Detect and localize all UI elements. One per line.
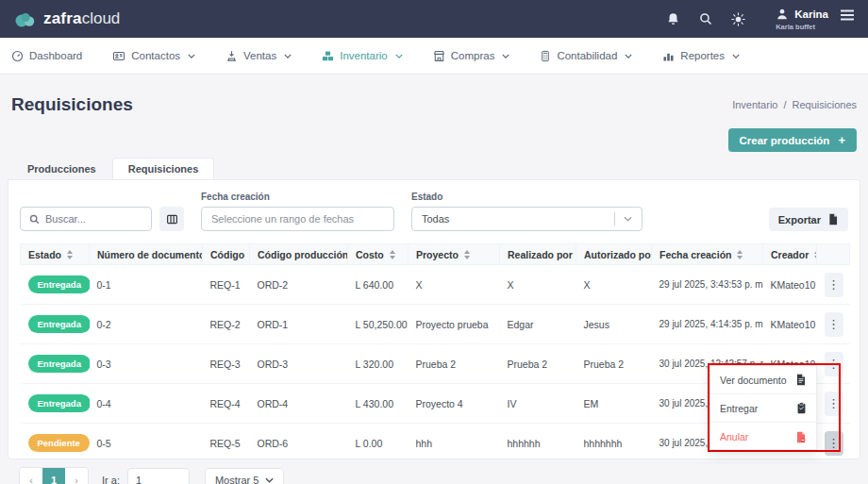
row-actions-kebab-button[interactable]: ⋮ <box>825 273 843 297</box>
numero-cell: 0-2 <box>90 305 203 344</box>
menu-item-ver-documento[interactable]: Ver documento <box>710 366 816 394</box>
costo-cell: L 50,250.00 <box>348 305 409 344</box>
deliver-icon <box>796 402 807 414</box>
row-actions-kebab-button[interactable]: ⋮ <box>825 312 843 337</box>
nav-item-contabilidad[interactable]: Contabilidad <box>540 50 632 62</box>
autorizado-por-cell: X <box>576 265 652 305</box>
nav-item-contactos[interactable]: Contactos <box>112 50 195 62</box>
chevron-down-icon <box>395 54 403 58</box>
nav-item-ventas[interactable]: Ventas <box>225 50 292 62</box>
dashboard-icon <box>11 50 24 62</box>
columns-toggle-button[interactable] <box>159 207 184 231</box>
column-header-actions <box>817 244 850 265</box>
prev-page-button[interactable]: ‹ <box>20 468 42 484</box>
column-header-creador[interactable]: Creador <box>763 244 817 265</box>
column-header-c-digo-producci-n[interactable]: Código producción <box>250 244 348 265</box>
user-organization: Karla buffet <box>776 23 828 31</box>
theme-sun-icon[interactable] <box>731 12 745 26</box>
hamburger-menu-icon[interactable] <box>840 8 855 22</box>
autorizado-por-cell: hhhhhhh <box>576 424 652 463</box>
column-header-label: Código producción <box>258 249 348 260</box>
user-menu[interactable]: Karina Karla buffet <box>776 8 855 31</box>
codigo-cell: REQ-5 <box>203 424 250 463</box>
next-page-button[interactable]: › <box>65 468 88 484</box>
column-header-proyecto[interactable]: Proyecto <box>409 244 500 265</box>
codigo-produccion-cell: ORD-3 <box>250 344 348 384</box>
plus-icon: + <box>838 133 845 147</box>
column-header-autorizado-por[interactable]: Autorizado por <box>576 244 652 265</box>
creador-cell: KMateo10 <box>763 265 817 305</box>
sort-icon[interactable] <box>737 250 743 259</box>
search-input[interactable] <box>45 213 142 225</box>
codigo-produccion-cell: ORD-1 <box>250 305 348 344</box>
column-header-realizado-por[interactable]: Realizado por <box>500 244 576 265</box>
tab-requisiciones[interactable]: Requisiciones <box>112 158 215 179</box>
menu-item-label: Ver documento <box>720 375 787 386</box>
nav-item-label: Inventario <box>340 50 388 61</box>
search-box[interactable] <box>20 207 152 231</box>
column-header-costo[interactable]: Costo <box>348 244 409 265</box>
nav-item-label: Contabilidad <box>557 50 617 61</box>
notifications-bell-icon[interactable] <box>666 12 680 26</box>
search-icon[interactable] <box>699 12 712 25</box>
estado-select-value: Todas <box>422 213 614 225</box>
sales-icon <box>225 50 238 62</box>
create-production-button[interactable]: Crear producción + <box>728 128 857 152</box>
breadcrumb-item[interactable]: Inventario <box>732 99 777 110</box>
status-badge: Entregada <box>28 355 90 373</box>
select-divider <box>614 212 615 225</box>
date-range-input[interactable] <box>201 207 394 231</box>
chevron-down-icon <box>284 54 292 58</box>
search-magnifier-icon <box>29 214 40 225</box>
sort-icon[interactable] <box>464 250 470 259</box>
chevron-down-icon <box>625 54 632 58</box>
goto-page-input[interactable] <box>127 468 190 484</box>
red-highlight-rectangle: Ver documentoEntregarAnular <box>708 363 841 452</box>
costo-cell: L 430.00 <box>348 384 409 424</box>
row-action-menu: Ver documentoEntregarAnular <box>709 365 817 450</box>
chevron-down-icon <box>188 54 195 58</box>
column-header-n-mero-de-documento[interactable]: Número de documento <box>90 244 203 265</box>
proyecto-cell: Proyecto 4 <box>409 384 500 424</box>
page-size-select[interactable]: Mostrar 5 <box>205 468 284 484</box>
menu-item-entregar[interactable]: Entregar <box>710 394 816 423</box>
current-page-button[interactable]: 1 <box>42 468 65 484</box>
costo-cell: L 0.00 <box>348 424 409 463</box>
chevron-down-icon <box>732 54 740 58</box>
export-label: Exportar <box>778 214 821 225</box>
menu-item-label: Anular <box>720 431 748 442</box>
column-header-estado[interactable]: Estado <box>21 244 90 265</box>
estado-select[interactable]: Todas <box>411 207 643 231</box>
nav-item-label: Dashboard <box>29 50 82 61</box>
accounting-icon <box>540 50 551 62</box>
costo-cell: L 640.00 <box>348 265 409 305</box>
breadcrumb-item[interactable]: Requisiciones <box>793 99 857 110</box>
autorizado-por-cell: Prueba 2 <box>576 344 652 384</box>
actions-cell: ⋮ <box>817 305 850 344</box>
user-avatar-icon <box>776 8 789 21</box>
sort-icon[interactable] <box>390 250 395 259</box>
numero-cell: 0-5 <box>90 424 203 463</box>
table-row: Entregada0-1REQ-1ORD-2L 640.00XXX29 jul … <box>21 265 850 305</box>
column-header-label: Creador <box>771 249 809 260</box>
export-button[interactable]: Exportar <box>769 208 848 231</box>
status-badge: Entregada <box>28 315 90 333</box>
codigo-cell: REQ-4 <box>203 384 250 424</box>
tab-producciones[interactable]: Producciones <box>11 158 112 179</box>
sort-icon[interactable] <box>67 250 73 259</box>
brand-logo[interactable]: zafracloud <box>13 9 120 28</box>
nav-item-reportes[interactable]: Reportes <box>662 50 740 62</box>
column-header-fecha-creaci-n[interactable]: Fecha creación <box>652 244 763 265</box>
autorizado-por-cell: Jesus <box>576 305 652 344</box>
nav-item-dashboard[interactable]: Dashboard <box>11 50 82 62</box>
nav-item-compras[interactable]: Compras <box>433 50 510 62</box>
column-header-label: Fecha creación <box>659 249 731 260</box>
breadcrumb: Inventario/Requisiciones <box>732 94 857 110</box>
chevron-down-icon <box>502 54 509 58</box>
column-header-c-digo[interactable]: Código <box>203 244 250 265</box>
page-head: Requisiciones Inventario/Requisiciones C… <box>0 75 868 152</box>
nav-item-inventario[interactable]: Inventario <box>322 50 403 62</box>
chevron-down-icon <box>624 216 632 222</box>
menu-item-anular[interactable]: Anular <box>710 423 816 451</box>
fecha-creacion-cell: 29 jul 2025, 4:14:35 p. m. <box>652 305 763 344</box>
